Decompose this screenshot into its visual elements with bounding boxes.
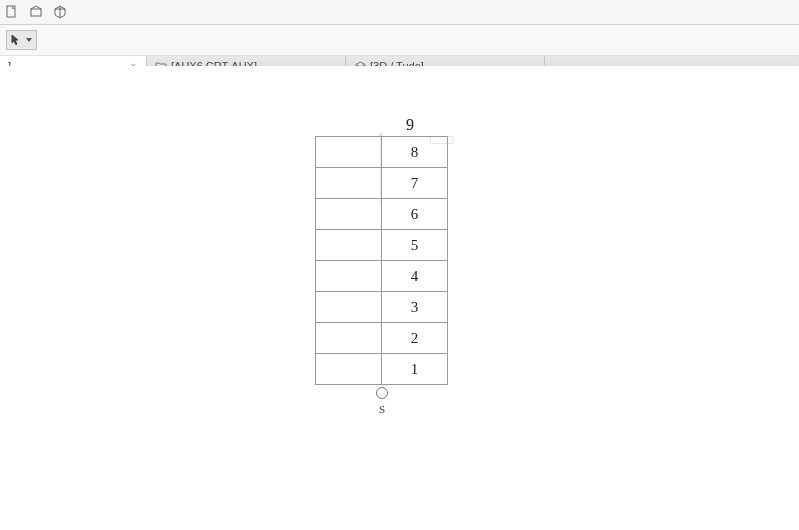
svg-rect-1: [31, 9, 41, 16]
page-icon[interactable]: [4, 4, 20, 20]
cell-empty: [316, 292, 382, 323]
cell-empty: [316, 168, 382, 199]
tool-options-bar: [0, 25, 799, 56]
cell-number: 1: [382, 354, 448, 385]
cell-empty: [316, 354, 382, 385]
box-icon[interactable]: [28, 4, 44, 20]
cell-empty: [316, 261, 382, 292]
north-symbol-label: S: [379, 403, 385, 415]
cell-number: 2: [382, 323, 448, 354]
table-row: 1: [316, 354, 448, 385]
cell-empty: [316, 230, 382, 261]
table-row: 7: [316, 168, 448, 199]
level-number-top: 9: [406, 116, 414, 134]
table-row: 4: [316, 261, 448, 292]
cell-number: 3: [382, 292, 448, 323]
cell-number: 8: [382, 137, 448, 168]
drawing-canvas[interactable]: 9 8 7 6 5 4 3 2 1 S: [0, 66, 799, 530]
cell-number: 7: [382, 168, 448, 199]
table-row: 5: [316, 230, 448, 261]
table-row: 3: [316, 292, 448, 323]
north-symbol-circle: [376, 387, 388, 399]
svg-rect-0: [7, 6, 15, 17]
section-drawing: 8 7 6 5 4 3 2 1: [315, 136, 448, 385]
chevron-down-icon: [26, 38, 32, 42]
top-toolbar: [0, 0, 799, 25]
level-table: 8 7 6 5 4 3 2 1: [315, 136, 448, 385]
table-row: 2: [316, 323, 448, 354]
cell-empty: [316, 137, 382, 168]
table-row: 8: [316, 137, 448, 168]
table-row: 6: [316, 199, 448, 230]
cell-empty: [316, 199, 382, 230]
modules-icon[interactable]: [52, 4, 68, 20]
arrow-tool-button[interactable]: [6, 30, 37, 50]
cell-empty: [316, 323, 382, 354]
cell-number: 4: [382, 261, 448, 292]
cell-number: 5: [382, 230, 448, 261]
cell-number: 6: [382, 199, 448, 230]
